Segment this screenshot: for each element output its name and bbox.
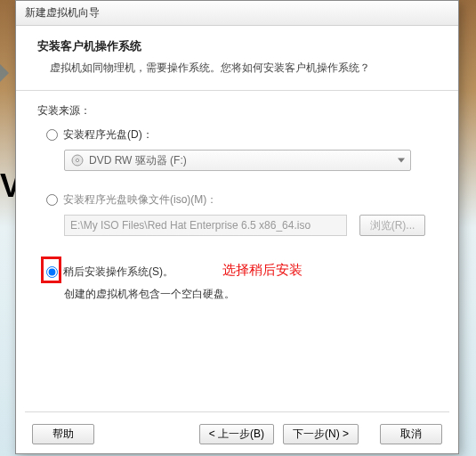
radio-installer-iso[interactable] bbox=[46, 194, 58, 206]
annotation-text: 选择稍后安装 bbox=[222, 262, 303, 279]
browse-button[interactable]: 浏览(R)... bbox=[359, 215, 425, 236]
radio-installer-iso-label: 安装程序光盘映像文件(iso)(M)： bbox=[63, 192, 217, 208]
next-button[interactable]: 下一步(N) > bbox=[283, 424, 359, 444]
option-install-later-block: 选择稍后安装 稍后安装操作系统(S)。 创建的虚拟机将包含一个空白硬盘。 bbox=[46, 265, 437, 302]
footer-separator bbox=[25, 411, 449, 412]
back-button[interactable]: < 上一步(B) bbox=[199, 424, 274, 444]
chevron-down-icon bbox=[398, 159, 405, 163]
radio-install-later-label: 稍后安装操作系统(S)。 bbox=[63, 265, 173, 280]
wizard-header: 安装客户机操作系统 虚拟机如同物理机，需要操作系统。您将如何安装客户机操作系统？ bbox=[16, 26, 458, 91]
option-iso-block: 安装程序光盘映像文件(iso)(M)： 浏览(R)... bbox=[46, 192, 437, 236]
wizard-footer: 帮助 < 上一步(B) 下一步(N) > 取消 bbox=[16, 414, 458, 453]
drive-select[interactable]: DVD RW 驱动器 (F:) bbox=[64, 150, 411, 171]
titlebar: 新建虚拟机向导 bbox=[16, 1, 458, 26]
iso-path-input[interactable] bbox=[64, 215, 347, 236]
install-later-description: 创建的虚拟机将包含一个空白硬盘。 bbox=[64, 287, 437, 302]
annotation-highlight-box bbox=[41, 256, 61, 283]
drive-select-text: DVD RW 驱动器 (F:) bbox=[89, 153, 187, 168]
help-button[interactable]: 帮助 bbox=[32, 424, 94, 444]
wizard-body: 安装来源： 安装程序光盘(D)： DVD RW 驱动器 (F:) 安装程序光盘映… bbox=[16, 91, 458, 311]
wizard-title: 安装客户机操作系统 bbox=[37, 38, 437, 54]
new-vm-wizard-dialog: 新建虚拟机向导 安装客户机操作系统 虚拟机如同物理机，需要操作系统。您将如何安装… bbox=[15, 0, 459, 454]
window-title: 新建虚拟机向导 bbox=[25, 5, 100, 20]
cancel-button[interactable]: 取消 bbox=[380, 424, 442, 444]
background-arrow bbox=[0, 64, 9, 82]
wizard-description: 虚拟机如同物理机，需要操作系统。您将如何安装客户机操作系统？ bbox=[37, 60, 437, 76]
disc-icon bbox=[70, 154, 84, 167]
radio-installer-disc-label: 安装程序光盘(D)： bbox=[63, 127, 153, 142]
svg-point-1 bbox=[76, 159, 78, 161]
option-disc-block: 安装程序光盘(D)： DVD RW 驱动器 (F:) bbox=[46, 127, 437, 171]
install-source-label: 安装来源： bbox=[37, 103, 437, 118]
radio-installer-disc[interactable] bbox=[46, 129, 58, 141]
